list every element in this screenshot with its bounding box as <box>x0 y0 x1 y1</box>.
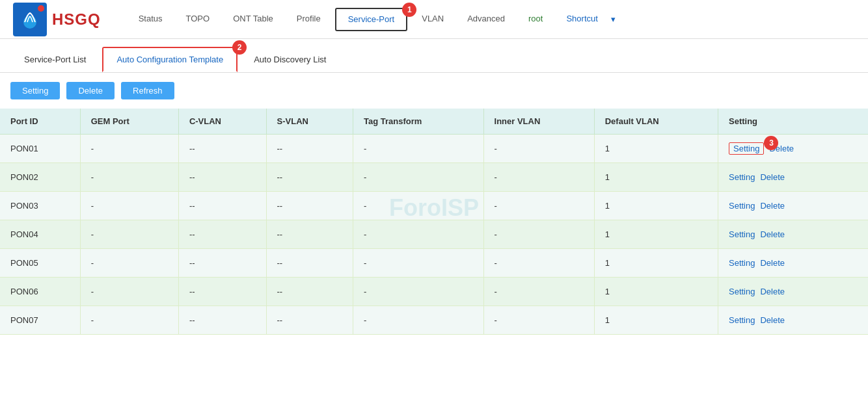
col-tag-transform: Tag Transform <box>353 109 483 135</box>
table-row: PON05-------1SettingDelete <box>0 249 868 278</box>
cell-actions: Setting3Delete <box>718 135 868 163</box>
col-c-vlan: C-VLAN <box>178 109 266 135</box>
nav-topo[interactable]: TOPO <box>174 0 222 39</box>
cell-s-vlan: -- <box>266 135 353 163</box>
cell-tag-transform: - <box>353 306 483 335</box>
cell-actions: SettingDelete <box>718 192 868 220</box>
row-setting-link[interactable]: Setting <box>729 229 755 239</box>
table-row: PON06-------1SettingDelete <box>0 278 868 306</box>
cell-gem-port: - <box>80 278 178 306</box>
cell-gem-port: - <box>80 220 178 249</box>
cell-default-vlan: 1 <box>594 220 718 249</box>
cell-gem-port: - <box>80 163 178 192</box>
cell-inner-vlan: - <box>483 249 594 278</box>
nav-shortcut[interactable]: Shortcut <box>554 0 609 39</box>
cell-actions: SettingDelete <box>718 249 868 278</box>
cell-port-id: PON05 <box>0 249 80 278</box>
setting-button[interactable]: Setting <box>10 82 60 99</box>
cell-port-id: PON02 <box>0 163 80 192</box>
row-setting-link[interactable]: Setting <box>729 201 755 211</box>
cell-port-id: PON01 <box>0 135 80 163</box>
logo-icon <box>13 3 47 36</box>
cell-c-vlan: -- <box>178 192 266 220</box>
tab-auto-discovery-list[interactable]: Auto Discovery List <box>240 47 340 72</box>
row-delete-link[interactable]: Delete <box>760 201 785 211</box>
row-setting-link[interactable]: Setting <box>729 172 755 182</box>
cell-default-vlan: 1 <box>594 163 718 192</box>
col-inner-vlan: Inner VLAN <box>483 109 594 135</box>
cell-s-vlan: -- <box>266 249 353 278</box>
cell-inner-vlan: - <box>483 192 594 220</box>
cell-s-vlan: -- <box>266 278 353 306</box>
tabs-bar: Service-Port List Auto Configuration Tem… <box>0 39 868 73</box>
cell-tag-transform: - <box>353 220 483 249</box>
cell-port-id: PON07 <box>0 306 80 335</box>
cell-default-vlan: 1 <box>594 306 718 335</box>
cell-gem-port: - <box>80 135 178 163</box>
refresh-button[interactable]: Refresh <box>121 82 174 99</box>
shortcut-dropdown-icon[interactable]: ▾ <box>611 14 616 24</box>
cell-tag-transform: - <box>353 278 483 306</box>
row-delete-link[interactable]: Delete <box>760 172 785 182</box>
cell-port-id: PON04 <box>0 220 80 249</box>
tab-auto-config-template[interactable]: Auto Configuration Template <box>102 47 237 72</box>
cell-c-vlan: -- <box>178 249 266 278</box>
cell-gem-port: - <box>80 306 178 335</box>
tab-service-port-list[interactable]: Service-Port List <box>10 47 100 72</box>
cell-s-vlan: -- <box>266 163 353 192</box>
row-setting-link[interactable]: Setting <box>729 142 764 155</box>
table-row: PON02-------1SettingDelete <box>0 163 868 192</box>
nav-service-port[interactable]: Service-Port <box>335 8 408 31</box>
col-gem-port: GEM Port <box>80 109 178 135</box>
cell-c-vlan: -- <box>178 220 266 249</box>
main-table: Port ID GEM Port C-VLAN S-VLAN Tag Trans… <box>0 109 868 335</box>
col-port-id: Port ID <box>0 109 80 135</box>
cell-tag-transform: - <box>353 163 483 192</box>
cell-tag-transform: - <box>353 192 483 220</box>
cell-inner-vlan: - <box>483 306 594 335</box>
logo-area: HSGQ <box>13 3 101 36</box>
cell-s-vlan: -- <box>266 192 353 220</box>
cell-actions: SettingDelete <box>718 220 868 249</box>
row-delete-link[interactable]: Delete <box>760 229 785 239</box>
cell-actions: SettingDelete <box>718 163 868 192</box>
cell-gem-port: - <box>80 192 178 220</box>
delete-button[interactable]: Delete <box>66 82 115 99</box>
row-delete-link[interactable]: Delete <box>760 315 785 325</box>
cell-c-vlan: -- <box>178 135 266 163</box>
nav-advanced[interactable]: Advanced <box>455 0 517 39</box>
cell-c-vlan: -- <box>178 163 266 192</box>
nav-root[interactable]: root <box>517 0 554 39</box>
cell-actions: SettingDelete <box>718 278 868 306</box>
nav-profile[interactable]: Profile <box>285 0 332 39</box>
row-delete-link[interactable]: Delete <box>760 258 785 268</box>
cell-default-vlan: 1 <box>594 249 718 278</box>
table-row: PON01-------1Setting3Delete <box>0 135 868 163</box>
main-nav: Status TOPO ONT Table Profile Service-Po… <box>127 0 855 39</box>
table-container: Port ID GEM Port C-VLAN S-VLAN Tag Trans… <box>0 109 868 335</box>
cell-port-id: PON03 <box>0 192 80 220</box>
cell-tag-transform: - <box>353 249 483 278</box>
cell-inner-vlan: - <box>483 220 594 249</box>
row-delete-link[interactable]: Delete <box>760 287 785 296</box>
cell-c-vlan: -- <box>178 278 266 306</box>
cell-port-id: PON06 <box>0 278 80 306</box>
cell-c-vlan: -- <box>178 306 266 335</box>
nav-ont-table[interactable]: ONT Table <box>221 0 285 39</box>
table-row: PON03-------1SettingDelete <box>0 192 868 220</box>
step-badge-1: 1 <box>402 3 416 17</box>
row-setting-link[interactable]: Setting <box>729 258 755 268</box>
cell-inner-vlan: - <box>483 278 594 306</box>
cell-tag-transform: - <box>353 135 483 163</box>
nav-vlan[interactable]: VLAN <box>410 0 455 39</box>
cell-default-vlan: 1 <box>594 135 718 163</box>
header: HSGQ Status TOPO ONT Table Profile Servi… <box>0 0 868 39</box>
nav-status[interactable]: Status <box>127 0 174 39</box>
toolbar: Setting Delete Refresh <box>0 73 868 109</box>
cell-default-vlan: 1 <box>594 192 718 220</box>
table-header-row: Port ID GEM Port C-VLAN S-VLAN Tag Trans… <box>0 109 868 135</box>
row-setting-link[interactable]: Setting <box>729 287 755 296</box>
logo-text: HSGQ <box>52 10 101 29</box>
row-setting-link[interactable]: Setting <box>729 315 755 325</box>
cell-gem-port: - <box>80 249 178 278</box>
